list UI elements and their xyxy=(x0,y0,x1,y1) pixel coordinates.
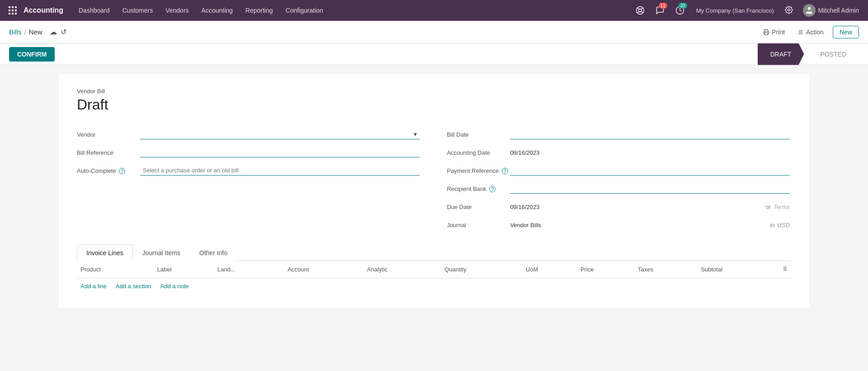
table-header: Product Label Land... Account Analytic Q… xyxy=(77,261,791,278)
add-note-link[interactable]: Add a note xyxy=(160,283,189,290)
breadcrumb-current: New xyxy=(29,28,42,36)
due-date-terms[interactable]: Terms xyxy=(774,204,789,210)
nav-right: 11 33 My Company (San Francisco) Mitchel… xyxy=(632,0,863,21)
tab-journal-items[interactable]: Journal Items xyxy=(133,244,190,261)
svg-rect-7 xyxy=(12,13,14,14)
vendor-select[interactable] xyxy=(140,129,420,139)
recipient-bank-help-icon[interactable]: ? xyxy=(489,186,495,192)
bill-date-input[interactable] xyxy=(510,129,789,139)
settings-icon[interactable] xyxy=(782,6,796,15)
nav-customers[interactable]: Customers xyxy=(116,0,160,21)
nav-reporting[interactable]: Reporting xyxy=(239,0,279,21)
svg-rect-5 xyxy=(15,10,17,11)
table-footer: Add a line Add a section Add a note xyxy=(77,278,791,294)
svg-rect-2 xyxy=(15,6,17,8)
journal-currency: USD xyxy=(777,222,789,228)
activity-badge: 33 xyxy=(679,3,687,9)
bill-reference-input[interactable] xyxy=(140,147,420,157)
svg-rect-3 xyxy=(9,10,10,11)
bill-date-label: Bill Date xyxy=(447,131,510,138)
col-account: Account xyxy=(284,261,363,278)
tab-invoice-lines[interactable]: Invoice Lines xyxy=(77,244,133,261)
col-taxes: Taxes xyxy=(634,261,697,278)
accounting-date-field-row: Accounting Date 09/16/2023 xyxy=(447,145,789,160)
form-card: Vendor Bill Draft Vendor ▼ Bill Refe xyxy=(59,74,809,308)
support-icon[interactable] xyxy=(632,0,648,21)
due-date-label: Due Date xyxy=(447,204,510,210)
journal-in: in xyxy=(770,222,774,228)
print-label: Print xyxy=(772,29,785,36)
svg-rect-4 xyxy=(12,10,14,11)
table-header-row: Product Label Land... Account Analytic Q… xyxy=(77,261,791,278)
col-subtotal: Subtotal xyxy=(697,261,778,278)
discard-icon[interactable]: ↺ xyxy=(61,28,66,36)
nav-vendors[interactable]: Vendors xyxy=(159,0,195,21)
recipient-bank-input[interactable] xyxy=(510,184,789,194)
user-name: Mitchell Admin xyxy=(818,7,859,14)
payment-reference-field-row: Payment Reference ? xyxy=(447,163,789,178)
autocomplete-label: Auto-Complete ? xyxy=(77,167,140,174)
confirm-button[interactable]: CONFIRM xyxy=(9,47,55,62)
user-menu[interactable]: Mitchell Admin xyxy=(799,4,863,17)
avatar xyxy=(803,4,816,17)
form-left: Vendor ▼ Bill Reference Aut xyxy=(77,127,420,235)
payment-reference-help-icon[interactable]: ? xyxy=(502,168,508,174)
breadcrumb-icons: ☁ ↺ xyxy=(50,28,66,36)
top-nav: Accounting Dashboard Customers Vendors A… xyxy=(0,0,868,21)
payment-reference-input[interactable] xyxy=(510,166,789,176)
autocomplete-help-icon[interactable]: ? xyxy=(119,168,125,174)
svg-line-13 xyxy=(641,8,643,10)
journal-value: Vendor Bills xyxy=(510,222,767,228)
svg-line-14 xyxy=(637,11,639,13)
status-steps: DRAFT POSTED xyxy=(758,43,859,65)
table-empty-row: Add a line Add a section Add a note xyxy=(77,278,791,295)
nav-dashboard[interactable]: Dashboard xyxy=(72,0,116,21)
autocomplete-field-row: Auto-Complete ? xyxy=(77,163,420,178)
col-land: Land... xyxy=(214,261,284,278)
apps-icon[interactable] xyxy=(5,3,20,18)
form-title: Draft xyxy=(77,96,791,113)
toolbar-right: Print Action New xyxy=(760,26,859,38)
svg-point-17 xyxy=(807,7,811,10)
new-button[interactable]: New xyxy=(833,26,859,38)
breadcrumb-parent[interactable]: Bills xyxy=(9,28,22,36)
status-draft[interactable]: DRAFT xyxy=(758,43,804,65)
table-body: Add a line Add a section Add a note xyxy=(77,278,791,295)
breadcrumb: Bills / New ☁ ↺ xyxy=(9,28,760,36)
col-uom: UoM xyxy=(522,261,577,278)
vendor-select-wrap[interactable]: ▼ xyxy=(140,129,420,139)
save-manually-icon[interactable]: ☁ xyxy=(50,28,57,36)
svg-rect-6 xyxy=(9,13,10,14)
form-right: Bill Date Accounting Date 09/16/2023 Pay… xyxy=(447,127,789,235)
svg-point-16 xyxy=(788,9,790,11)
autocomplete-input[interactable] xyxy=(140,166,420,176)
chat-badge: 11 xyxy=(659,3,667,9)
tab-other-info[interactable]: Other Info xyxy=(190,244,237,261)
main-content: Vendor Bill Draft Vendor ▼ Bill Refe xyxy=(0,65,868,371)
app-brand: Accounting xyxy=(24,6,63,14)
add-line-link[interactable]: Add a line xyxy=(80,283,107,290)
activity-icon[interactable]: 33 xyxy=(672,0,688,21)
col-settings[interactable] xyxy=(778,261,791,278)
nav-accounting[interactable]: Accounting xyxy=(195,0,239,21)
bill-date-field-row: Bill Date xyxy=(447,127,789,142)
svg-line-12 xyxy=(641,11,643,13)
action-button[interactable]: Action xyxy=(794,27,827,38)
bill-reference-field-row: Bill Reference xyxy=(77,145,420,160)
print-button[interactable]: Print xyxy=(760,27,788,38)
company-name: My Company (San Francisco) xyxy=(692,7,778,14)
chat-icon[interactable]: 11 xyxy=(652,0,668,21)
recipient-bank-label: Recipient Bank ? xyxy=(447,186,510,192)
col-analytic: Analytic xyxy=(363,261,441,278)
col-label: Label xyxy=(154,261,214,278)
recipient-bank-field-row: Recipient Bank ? xyxy=(447,181,789,196)
payment-reference-label: Payment Reference ? xyxy=(447,167,510,174)
journal-label: Journal xyxy=(447,222,510,228)
status-posted[interactable]: POSTED xyxy=(804,43,859,65)
svg-rect-0 xyxy=(9,6,10,8)
accounting-date-value: 09/16/2023 xyxy=(510,149,789,156)
nav-configuration[interactable]: Configuration xyxy=(279,0,330,21)
vendor-label: Vendor xyxy=(77,131,140,138)
add-section-link[interactable]: Add a section xyxy=(116,283,151,290)
nav-menu: Dashboard Customers Vendors Accounting R… xyxy=(72,0,632,21)
